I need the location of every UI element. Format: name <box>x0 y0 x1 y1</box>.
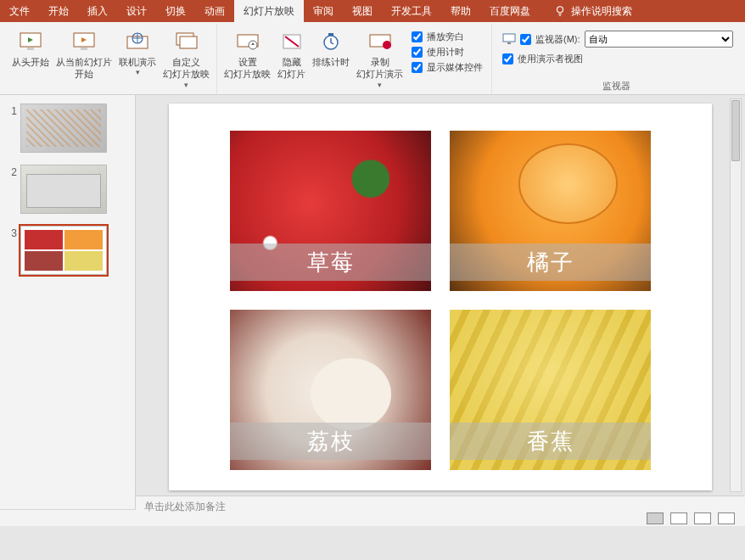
hide-slide-button[interactable]: 隐藏 幻灯片 <box>274 27 309 82</box>
thumb-number: 1 <box>7 104 20 117</box>
orange-label: 橘子 <box>450 244 651 281</box>
svg-rect-6 <box>81 48 87 50</box>
dropdown-caret-icon: ▾ <box>378 81 382 91</box>
record-icon <box>367 29 394 54</box>
fruit-lychee[interactable]: 荔枝 <box>230 310 431 470</box>
tab-slideshow[interactable]: 幻灯片放映 <box>234 0 304 22</box>
setup-show-button[interactable]: 设置 幻灯片放映 <box>221 27 274 82</box>
svg-rect-3 <box>27 48 34 50</box>
slideshow-view-button[interactable] <box>718 512 735 524</box>
custom-show-icon <box>173 29 200 54</box>
narration-checkbox[interactable]: 播放旁白 <box>412 31 483 43</box>
tell-me[interactable]: 操作说明搜索 <box>545 0 641 22</box>
setup-icon <box>234 29 261 54</box>
slide-thumbnail-1[interactable] <box>20 104 107 153</box>
monitor-checkbox[interactable]: 监视器(M): <box>520 33 580 46</box>
timing-checkbox[interactable]: 使用计时 <box>412 46 483 59</box>
tab-insert[interactable]: 插入 <box>78 0 117 22</box>
thumb-number: 3 <box>7 226 20 239</box>
clock-icon <box>317 29 344 54</box>
tab-transition[interactable]: 切换 <box>156 0 195 22</box>
from-start-button[interactable]: 从头开始 <box>8 27 53 70</box>
fruit-strawberry[interactable]: 草莓 <box>230 131 431 291</box>
slide-stage: 草莓 橘子 荔枝 香蕉 <box>136 95 745 496</box>
from-current-button[interactable]: 从当前幻灯片 开始 <box>53 27 115 82</box>
svg-rect-20 <box>507 42 511 44</box>
tab-design[interactable]: 设计 <box>117 0 156 22</box>
timing-label: 使用计时 <box>427 46 464 59</box>
monitor-label: 监视器(M): <box>535 33 580 46</box>
reading-view-button[interactable] <box>694 512 711 524</box>
title-tabs: 文件 开始 插入 设计 切换 动画 幻灯片放映 审阅 视图 开发工具 帮助 百度… <box>0 0 745 22</box>
slide-thumbnail-2[interactable] <box>20 165 107 214</box>
strawberry-label: 草莓 <box>230 244 431 281</box>
lychee-label: 荔枝 <box>230 423 431 460</box>
banana-label: 香蕉 <box>450 423 651 460</box>
narration-label: 播放旁白 <box>427 31 464 43</box>
tab-review[interactable]: 审阅 <box>304 0 343 22</box>
dropdown-caret-icon: ▾ <box>136 68 140 78</box>
hide-icon <box>278 29 305 54</box>
svg-rect-16 <box>328 33 333 36</box>
record-button[interactable]: 录制 幻灯片演示 ▾ <box>353 27 406 92</box>
svg-point-18 <box>383 41 391 49</box>
slide-canvas[interactable]: 草莓 橘子 荔枝 香蕉 <box>169 104 712 490</box>
dropdown-caret-icon: ▾ <box>184 81 188 91</box>
presenter-view-label: 使用演示者视图 <box>518 53 583 65</box>
rehearse-label: 排练计时 <box>312 56 350 68</box>
workspace: 1 2 3 草莓 橘子 荔枝 香蕉 单击此处添加备注 <box>0 95 745 509</box>
tab-baidu[interactable]: 百度网盘 <box>480 0 540 22</box>
fruit-banana[interactable]: 香蕉 <box>450 310 651 470</box>
tab-help[interactable]: 帮助 <box>441 0 480 22</box>
slide-thumbnails: 1 2 3 <box>0 95 136 509</box>
slide-thumbnail-3[interactable] <box>20 226 107 275</box>
monitor-select[interactable]: 自动 <box>585 31 733 48</box>
sorter-view-button[interactable] <box>670 512 687 524</box>
view-switcher <box>647 512 735 524</box>
fruit-grid: 草莓 橘子 荔枝 香蕉 <box>230 131 651 470</box>
rehearse-button[interactable]: 排练计时 <box>309 27 353 70</box>
play-current-icon <box>70 29 98 54</box>
play-start-icon <box>17 29 44 54</box>
edit-area: 草莓 橘子 荔枝 香蕉 单击此处添加备注 <box>136 95 745 509</box>
tab-animation[interactable]: 动画 <box>195 0 234 22</box>
thumb-number: 2 <box>7 165 20 178</box>
tell-me-label: 操作说明搜索 <box>571 4 632 19</box>
custom-slideshow-button[interactable]: 自定义 幻灯片放映 ▾ <box>160 27 213 92</box>
tab-dev[interactable]: 开发工具 <box>382 0 441 22</box>
hide-label: 隐藏 幻灯片 <box>277 56 305 81</box>
group-monitor-label: 监视器 <box>496 78 737 94</box>
normal-view-button[interactable] <box>647 512 664 524</box>
media-label: 显示媒体控件 <box>427 61 483 74</box>
tab-home[interactable]: 开始 <box>39 0 78 22</box>
online-present-button[interactable]: 联机演示 ▾ <box>115 27 160 80</box>
svg-point-0 <box>557 7 563 13</box>
presenter-view-checkbox[interactable]: 使用演示者视图 <box>502 53 733 65</box>
ribbon: 从头开始 从当前幻灯片 开始 联机演示 ▾ 自定义 幻灯片放映 ▾ 开始放映幻灯… <box>0 22 745 95</box>
online-label: 联机演示 <box>119 56 156 68</box>
svg-rect-10 <box>180 36 197 48</box>
fruit-orange[interactable]: 橘子 <box>450 131 651 291</box>
setup-label: 设置 幻灯片放映 <box>224 56 271 81</box>
tab-file[interactable]: 文件 <box>0 0 39 22</box>
from-current-label: 从当前幻灯片 开始 <box>56 56 112 81</box>
from-start-label: 从头开始 <box>12 56 49 68</box>
custom-label: 自定义 幻灯片放映 <box>163 56 210 81</box>
svg-rect-19 <box>503 34 515 42</box>
record-label: 录制 幻灯片演示 <box>356 56 403 81</box>
tab-view[interactable]: 视图 <box>343 0 382 22</box>
lightbulb-icon <box>554 5 566 17</box>
media-controls-checkbox[interactable]: 显示媒体控件 <box>412 61 483 74</box>
monitor-icon <box>502 33 516 45</box>
globe-present-icon <box>124 29 151 54</box>
vertical-scrollbar[interactable] <box>730 98 742 492</box>
